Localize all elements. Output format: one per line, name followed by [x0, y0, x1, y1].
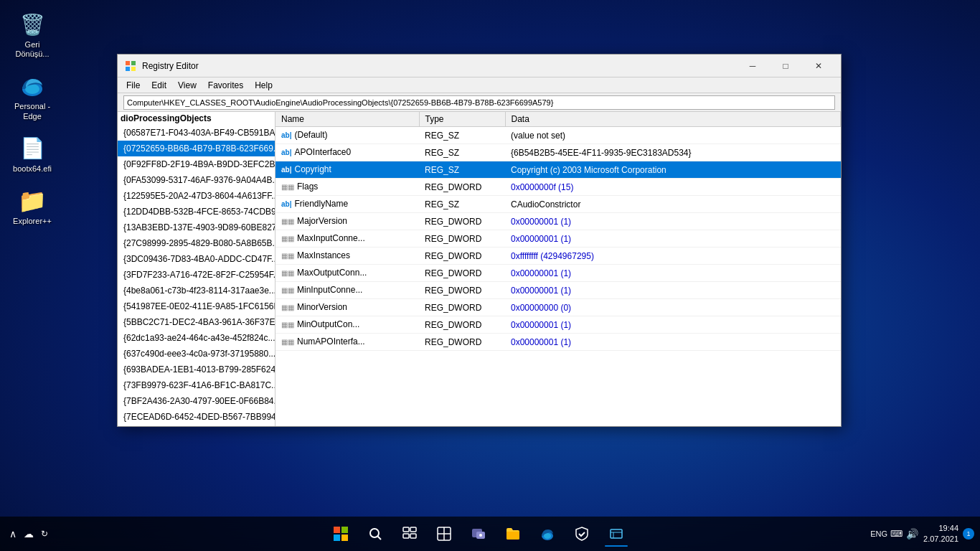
table-row[interactable]: ▦▦MaxOutputConn... REG_DWORD 0x00000001 …	[275, 265, 841, 282]
menu-favorites[interactable]: Favorites	[202, 79, 249, 92]
keyboard-icon[interactable]: ⌨	[889, 527, 903, 541]
svg-rect-13	[410, 527, 416, 532]
table-row[interactable]: ab|Copyright REG_SZ Copyright (c) 2003 M…	[275, 161, 841, 179]
tree-item[interactable]: {62dc1a93-ae24-464c-a43e-452f824c...	[118, 330, 275, 346]
tree-item[interactable]: {3FD7F233-A716-472E-8F2F-C25954F...	[118, 267, 275, 283]
menu-file[interactable]: File	[121, 79, 146, 92]
table-row[interactable]: ▦▦MinorVersion REG_DWORD 0x00000000 (0)	[275, 299, 841, 316]
tree-item[interactable]: {4be8a061-c73b-4f23-8114-317aae3e...	[118, 283, 275, 298]
cell-name: ab|Copyright	[275, 161, 419, 179]
menu-view[interactable]: View	[172, 79, 202, 92]
edge-label: Personal -Edge	[14, 102, 50, 121]
address-input[interactable]	[123, 95, 835, 110]
notification-badge[interactable]: 1	[963, 528, 974, 540]
tree-item[interactable]: {541987EE-0E02-411E-9A85-1FC6156E...	[118, 298, 275, 314]
reg-icon-ab: ab|	[281, 146, 291, 159]
table-row[interactable]: ab|FriendlyName REG_SZ CAudioConstrictor	[275, 196, 841, 213]
widgets-button[interactable]	[428, 518, 460, 550]
reg-icon-ab: ab|	[281, 198, 291, 211]
cell-type: REG_DWORD	[419, 265, 505, 282]
cell-type: REG_SZ	[419, 144, 505, 161]
task-view-button[interactable]	[394, 518, 425, 550]
edge-taskbar-button[interactable]	[532, 518, 563, 550]
bootx64-label: bootx64.efi	[13, 164, 52, 174]
cell-type: REG_DWORD	[419, 299, 505, 316]
table-row[interactable]: ▦▦MaxInstances REG_DWORD 0xffffffff (429…	[275, 248, 841, 265]
search-button[interactable]	[359, 518, 391, 550]
table-row[interactable]: ▦▦Flags REG_DWORD 0x0000000f (15)	[275, 179, 841, 196]
volume-icon[interactable]: 🔊	[905, 527, 919, 541]
cell-data: 0x00000001 (1)	[505, 265, 841, 282]
col-header-data[interactable]: Data	[505, 112, 841, 127]
tree-item[interactable]: {0FA53099-5317-46AF-9376-9A04A4B...	[118, 172, 275, 188]
menu-edit[interactable]: Edit	[146, 79, 172, 92]
recycle-bin-image: 🗑️	[18, 10, 47, 39]
table-row[interactable]: ab|APOInterface0 REG_SZ {6B54B2B5-45EE-4…	[275, 144, 841, 161]
tray-chevron[interactable]: ∧	[6, 527, 20, 541]
file-explorer-taskbar-button[interactable]	[497, 518, 529, 550]
tree-item[interactable]: {73FB9979-623F-41A6-BF1C-BA817C...	[118, 377, 275, 393]
table-row[interactable]: ▦▦MaxInputConne... REG_DWORD 0x00000001 …	[275, 230, 841, 248]
tree-item[interactable]: {27C98999-2895-4829-B080-5A8B65B...	[118, 235, 275, 251]
tree-item-selected[interactable]: {07252659-BB6B-4B79-B78B-623F669...	[118, 141, 275, 156]
security-taskbar-button[interactable]	[566, 518, 598, 550]
registry-table: Name Type Data ab|(Default) REG_SZ (valu…	[275, 112, 841, 351]
recycle-bin-label: GeriDönüşü...	[15, 40, 49, 59]
tree-item[interactable]: {3DC09436-7D83-4BA0-ADDC-CD47F...	[118, 251, 275, 267]
cell-name: ▦▦MaxOutputConn...	[275, 265, 419, 282]
table-row[interactable]: ab|(Default) REG_SZ (value not set)	[275, 127, 841, 144]
tree-item[interactable]: {637c490d-eee3-4c0a-973f-37195880...	[118, 346, 275, 362]
table-row[interactable]: ▦▦MinInputConne... REG_DWORD 0x00000001 …	[275, 282, 841, 299]
tree-item[interactable]: {122595E5-20A2-47D3-8604-4A613FF...	[118, 188, 275, 204]
tree-item[interactable]: {7ECEAD6D-6452-4DED-B567-7BB994...	[118, 409, 275, 425]
explorerpp-icon[interactable]: 📁 Explorer++	[7, 184, 57, 229]
clock-date: 2.07.2021	[923, 534, 958, 545]
start-button[interactable]	[325, 518, 357, 550]
data-panel[interactable]: Name Type Data ab|(Default) REG_SZ (valu…	[275, 112, 841, 426]
cell-type: REG_SZ	[419, 161, 505, 179]
table-row[interactable]: ▦▦MinOutputCon... REG_DWORD 0x00000001 (…	[275, 316, 841, 334]
explorerpp-label: Explorer++	[13, 217, 52, 226]
window-title: Registry Editor	[142, 61, 736, 71]
tree-item[interactable]: {0F92FF8D-2F19-4B9A-B9DD-3EFC2B...	[118, 156, 275, 172]
bootx64-icon[interactable]: 📄 bootx64.efi	[7, 131, 57, 176]
registry-taskbar-button[interactable]	[600, 518, 632, 550]
tree-item[interactable]: {06587E71-F043-403A-BF49-CB591BA...	[118, 125, 275, 141]
tree-panel[interactable]: dioProcessingObjects {06587E71-F043-403A…	[118, 112, 275, 426]
menu-help[interactable]: Help	[249, 79, 278, 92]
tree-item[interactable]: {13AB3EBD-137E-4903-9D89-60BE827...	[118, 220, 275, 235]
system-clock[interactable]: 19:44 2.07.2021	[923, 523, 958, 545]
table-row[interactable]: ▦▦MajorVersion REG_DWORD 0x00000001 (1)	[275, 213, 841, 230]
edge-icon[interactable]: Personal -Edge	[7, 69, 57, 123]
title-bar: Registry Editor ─ □ ✕	[118, 55, 841, 77]
tree-item[interactable]: {12DD4DBB-532B-4FCE-8653-74CDB9...	[118, 204, 275, 220]
cell-type: REG_DWORD	[419, 213, 505, 230]
tray-refresh[interactable]: ↻	[37, 527, 52, 541]
close-button[interactable]: ✕	[802, 55, 835, 77]
col-header-name[interactable]: Name	[275, 112, 419, 127]
minimize-button[interactable]: ─	[736, 55, 769, 77]
tree-item[interactable]: {7BF2A436-2A30-4797-90EE-0F66B84...	[118, 393, 275, 409]
svg-rect-6	[334, 527, 340, 533]
recycle-bin-icon[interactable]: 🗑️ GeriDönüşü...	[7, 7, 57, 62]
cell-data: 0x00000000 (0)	[505, 299, 841, 316]
taskbar: ∧ ☁ ↻	[0, 517, 980, 551]
tree-item[interactable]: {C58BD103-E87F-4B78-A0FA-7A5C95...	[118, 425, 275, 426]
cell-type: REG_DWORD	[419, 316, 505, 334]
table-row[interactable]: ▦▦NumAPOInterfa... REG_DWORD 0x00000001 …	[275, 334, 841, 351]
chat-button[interactable]	[463, 518, 494, 550]
address-bar	[118, 93, 841, 112]
clock-time: 19:44	[923, 523, 958, 534]
maximize-button[interactable]: □	[769, 55, 802, 77]
cell-data: {6B54B2B5-45EE-4F11-9935-9EC3183AD534}	[505, 144, 841, 161]
tree-item[interactable]: {693BADEA-1EB1-4013-B799-285F624...	[118, 362, 275, 377]
col-header-type[interactable]: Type	[419, 112, 505, 127]
reg-icon-ab: ab|	[281, 129, 291, 142]
cell-name: ▦▦MaxInstances	[275, 248, 419, 265]
tray-cloud[interactable]: ☁	[22, 527, 36, 541]
tree-item[interactable]: {5BBC2C71-DEC2-4BA3-961A-36F37E...	[118, 314, 275, 330]
svg-rect-8	[334, 534, 340, 541]
cell-data: CAudioConstrictor	[505, 196, 841, 213]
system-tray-overflow: ∧ ☁ ↻	[6, 527, 52, 541]
lang-indicator[interactable]: ENG	[870, 529, 887, 538]
